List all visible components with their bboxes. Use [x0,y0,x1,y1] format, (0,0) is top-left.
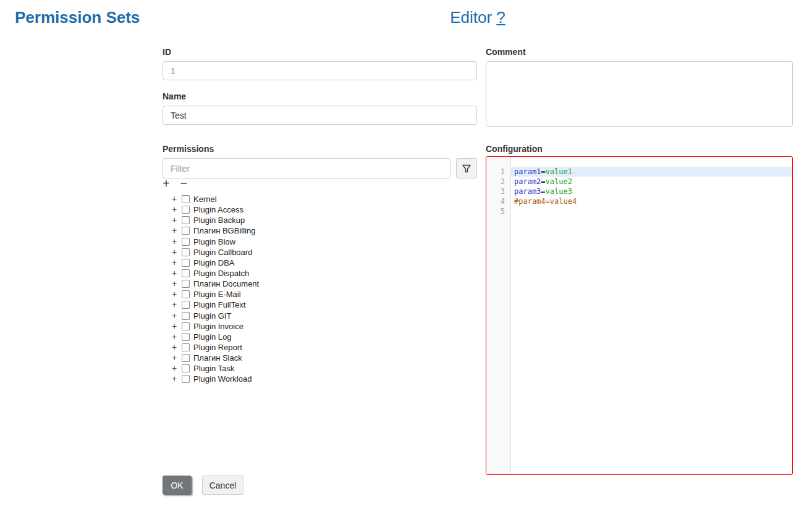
code-token: param1 [514,167,541,176]
tree-item-checkbox[interactable] [182,375,190,383]
tree-expander-icon[interactable]: + [171,195,177,203]
filter-button[interactable] [456,158,477,178]
tree-item-checkbox[interactable] [182,195,190,203]
tree-item-checkbox[interactable] [182,259,190,267]
code-line: #param4=value4 [511,196,792,206]
code-token: = [541,177,545,186]
tree-item-checkbox[interactable] [182,343,190,351]
code-line: param2=value2 [511,177,792,187]
code-line: param1=value1 [511,167,792,177]
tree-item-checkbox[interactable] [182,312,190,320]
tree-item-label[interactable]: Plugin GIT [193,311,231,321]
line-number: 5 [486,206,510,216]
tree-item-label[interactable]: Plugin Task [193,364,234,373]
tree-expander-icon[interactable]: + [171,280,177,288]
tree-item: +Plugin Dispatch [163,268,472,279]
tree-item-label[interactable]: Plugin Report [193,343,242,352]
tree-item-label[interactable]: Plugin E-Mail [193,290,241,299]
tree-item-label[interactable]: Плагин Slack [193,353,242,363]
tree-item-label[interactable]: Плагин Document [193,279,259,288]
tree-item-label[interactable]: Plugin Invoice [193,322,243,331]
tree-item: +Plugin FullText [163,300,472,310]
tree-item: +Plugin DBA [163,258,472,268]
tree-expander-icon[interactable]: + [171,322,177,330]
filter-input[interactable] [163,158,450,178]
tree-expander-icon[interactable]: + [171,364,177,372]
tree-item-checkbox[interactable] [182,238,190,246]
code-line: param3=value3 [511,187,792,196]
tree-item-label[interactable]: Kernel [193,195,217,204]
editor-title: Editor ? [163,8,793,27]
filter-funnel-icon [462,164,472,174]
name-field[interactable] [163,106,477,125]
tree-item: +Plugin Workload [163,374,472,384]
id-field[interactable] [163,61,477,80]
tree-item-label[interactable]: Plugin DBA [193,258,234,267]
tree-expander-icon[interactable]: + [171,227,177,235]
tree-item: +Плагин Slack [163,353,472,363]
code-token: value1 [546,167,572,176]
help-link[interactable]: ? [496,8,505,27]
id-label: ID [163,47,171,57]
tree-item: +Plugin Report [163,342,472,353]
editor-title-text: Editor [450,8,492,27]
tree-expander-icon[interactable]: + [171,238,177,246]
name-label: Name [163,91,186,101]
tree-item-checkbox[interactable] [182,301,190,309]
tree-item: +Plugin Task [163,363,472,374]
collapse-all-button[interactable]: − [180,177,188,190]
tree-item-checkbox[interactable] [182,354,190,362]
tree-expander-icon[interactable]: + [171,354,177,362]
configuration-label: Configuration [486,144,543,154]
tree-item-checkbox[interactable] [182,290,190,298]
tree-expander-icon[interactable]: + [171,343,177,351]
tree-expander-icon[interactable]: + [171,375,177,383]
tree-expander-icon[interactable]: + [171,312,177,320]
tree-item: +Plugin Log [163,332,472,342]
tree-item-label[interactable]: Plugin Log [193,332,231,342]
tree-expander-icon[interactable]: + [171,290,177,298]
tree-item: +Plugin Callboard [163,247,472,258]
tree-item: +Plugin Access [163,204,472,215]
tree-expander-icon[interactable]: + [171,206,177,214]
cancel-button[interactable]: Cancel [202,476,243,495]
tree-item-label[interactable]: Plugin Callboard [193,248,252,257]
tree-item-checkbox[interactable] [182,280,190,288]
tree-item-label[interactable]: Plugin Blow [193,237,235,246]
tree-expander-icon[interactable]: + [171,216,177,224]
tree-expander-icon[interactable]: + [171,269,177,277]
tree-expander-icon[interactable]: + [171,248,177,256]
tree-item-label[interactable]: Плагин BGBilling [193,226,255,235]
editor-line-numbers: 12345 [486,157,511,474]
tree-item-checkbox[interactable] [182,333,190,341]
tree-expander-icon[interactable]: + [171,259,177,267]
tree-item: +Плагин Document [163,279,472,289]
tree-expander-icon[interactable]: + [171,333,177,341]
code-line [511,206,792,216]
tree-item-label[interactable]: Plugin Dispatch [193,269,249,278]
tree-item-checkbox[interactable] [182,364,190,372]
tree-item-checkbox[interactable] [182,216,190,224]
expand-all-button[interactable]: + [163,177,170,190]
editor-code-area[interactable]: param1=value1param2=value2param3=value3#… [511,157,792,474]
tree-expander-icon[interactable]: + [171,301,177,309]
tree-item-checkbox[interactable] [182,206,190,214]
tree-item-checkbox[interactable] [182,248,190,256]
tree-item: +Plugin GIT [163,311,472,321]
comment-field[interactable] [486,61,793,127]
tree-item-label[interactable]: Plugin Workload [193,374,252,384]
line-number: 2 [486,177,510,187]
tree-item: +Plugin Blow [163,237,472,247]
tree-item-checkbox[interactable] [182,227,190,235]
code-token: param3 [514,187,541,196]
tree-item-checkbox[interactable] [182,269,190,277]
tree-item-label[interactable]: Plugin Backup [193,216,245,225]
tree-item-label[interactable]: Plugin FullText [193,300,246,309]
tree-item-label[interactable]: Plugin Access [193,205,243,214]
tree-item: +Plugin E-Mail [163,289,472,300]
code-token: param2 [514,177,541,186]
tree-item-checkbox[interactable] [182,322,190,330]
ok-button[interactable]: OK [163,476,192,495]
code-token: #param4=value4 [514,197,577,206]
tree-controls: + − [163,177,187,190]
